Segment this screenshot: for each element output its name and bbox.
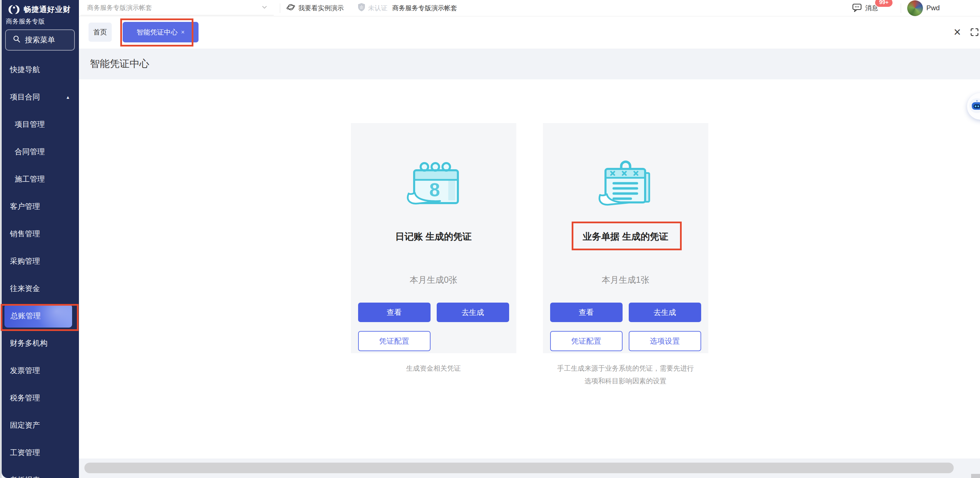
card-caption: 生成资金相关凭证 <box>351 362 516 375</box>
certification-status[interactable]: 企 未认证 <box>358 3 388 13</box>
svg-text:企: 企 <box>360 5 364 10</box>
topbar-divider <box>901 3 901 13</box>
chanjet-logo-icon <box>7 3 21 16</box>
brand-name: 畅捷通好业财 <box>24 5 71 15</box>
sidebar-item-project-mgmt[interactable]: 项目管理 <box>2 111 79 138</box>
search-placeholder: 搜索菜单 <box>25 35 55 45</box>
tab-label: 智能凭证中心 <box>137 28 178 37</box>
messages-badge: 99+ <box>874 0 893 8</box>
tab-close-icon[interactable]: × <box>181 29 185 36</box>
generate-button[interactable]: 去生成 <box>437 303 509 322</box>
sidebar-item-clipped[interactable]: 老板报表 <box>2 466 79 478</box>
card-count: 本月生成1张 <box>602 274 649 285</box>
cert-shield-icon: 企 <box>358 3 366 13</box>
voucher-config-button[interactable]: 凭证配置 <box>550 331 622 351</box>
page-head: 智能凭证中心 <box>79 49 980 79</box>
globe-demo-icon <box>286 3 295 13</box>
view-button[interactable]: 查看 <box>358 303 431 322</box>
sidebar-item-multi-org-finance[interactable]: 财务多机构 <box>2 330 79 357</box>
page-title: 智能凭证中心 <box>90 57 150 71</box>
account-set-select[interactable]: 商务服务专版演示帐套 <box>80 1 274 15</box>
chevron-down-icon <box>261 3 268 12</box>
selected-item-pill: 总账管理 <box>5 304 72 328</box>
horizontal-scrollbar[interactable] <box>84 463 954 473</box>
expand-arrow-icon: ▲ <box>65 95 70 100</box>
tab-home[interactable]: 首页 <box>89 22 112 42</box>
journal-voucher-card: 8 日记账 生成的凭证 本月生成0张 查看 去生成 凭证配置 <box>351 123 516 353</box>
robot-assistant-icon <box>969 98 980 115</box>
voucher-config-button[interactable]: 凭证配置 <box>358 331 431 351</box>
sidebar-item-invoice-mgmt[interactable]: 发票管理 <box>2 357 79 384</box>
fullscreen-icon[interactable] <box>970 27 979 38</box>
tab-bar: 首页 智能凭证中心 × × <box>79 16 980 49</box>
app-window: 畅捷通好业财 商务服务专版 搜索菜单 快捷导航 项目合同 ▲ 项目管理 合同管理… <box>0 0 980 478</box>
sidebar-item-project-contract[interactable]: 项目合同 ▲ <box>2 83 79 111</box>
generate-button[interactable]: 去生成 <box>629 303 701 322</box>
search-icon <box>13 35 21 45</box>
sidebar-item-construction-mgmt[interactable]: 施工管理 <box>2 166 79 193</box>
edition-label: 商务服务专版 <box>6 17 45 26</box>
user-avatar[interactable] <box>907 0 923 16</box>
sidebar-item-payroll-mgmt[interactable]: 工资管理 <box>2 439 79 466</box>
company-name: 商务服务专版演示帐套 <box>392 4 457 13</box>
demo-link[interactable]: 我要看实例演示 <box>286 3 344 13</box>
business-voucher-column: 业务单据 生成的凭证 本月生成1张 查看 去生成 凭证配置 选项设置 手工生成来… <box>543 123 708 387</box>
brand-logo: 畅捷通好业财 <box>7 3 71 16</box>
messages-button[interactable]: 消息 99+ <box>852 2 878 14</box>
view-button[interactable]: 查看 <box>550 303 622 322</box>
calendar-voucher-icon: 8 <box>404 158 463 210</box>
card-count: 本月生成0张 <box>410 274 457 285</box>
cert-status-label: 未认证 <box>368 4 388 13</box>
sidebar-item-quick-nav[interactable]: 快捷导航 <box>2 56 79 83</box>
card-title: 业务单据 生成的凭证 <box>582 231 668 243</box>
svg-text:8: 8 <box>429 179 440 200</box>
scrollbar-corner <box>971 474 980 478</box>
option-settings-button[interactable]: 选项设置 <box>629 331 701 351</box>
notepad-voucher-icon <box>597 158 655 210</box>
sidebar-item-tax-mgmt[interactable]: 税务管理 <box>2 384 79 412</box>
sidebar-item-purchase-mgmt[interactable]: 采购管理 <box>2 247 79 275</box>
sidebar-item-sales-mgmt[interactable]: 销售管理 <box>2 220 79 247</box>
bottom-scroll-area <box>79 459 980 478</box>
card-caption: 手工生成来源于业务系统的凭证，需要先进行 选项和科目影响因素的设置 <box>543 362 708 387</box>
content-panel: 8 日记账 生成的凭证 本月生成0张 查看 去生成 凭证配置 生成 <box>79 79 980 459</box>
close-icon[interactable]: × <box>954 26 961 38</box>
message-bubble-icon <box>852 2 862 14</box>
sidebar-item-customer-mgmt[interactable]: 客户管理 <box>2 193 79 220</box>
sidebar-item-funds[interactable]: 往来资金 <box>2 275 79 302</box>
sidebar-menu: 快捷导航 项目合同 ▲ 项目管理 合同管理 施工管理 客户管理 销售管理 采购管… <box>2 56 79 478</box>
account-set-value: 商务服务专版演示帐套 <box>87 3 152 12</box>
sidebar-item-fixed-assets[interactable]: 固定资产 <box>2 412 79 439</box>
sidebar-item-general-ledger[interactable]: 总账管理 <box>2 302 79 330</box>
card-title: 日记账 生成的凭证 <box>395 231 472 243</box>
business-voucher-card: 业务单据 生成的凭证 本月生成1张 查看 去生成 凭证配置 选项设置 <box>543 123 708 353</box>
topbar: 商务服务专版演示帐套 我要看实例演示 企 <box>79 0 980 16</box>
topbar-divider <box>280 3 280 13</box>
journal-voucher-column: 8 日记账 生成的凭证 本月生成0张 查看 去生成 凭证配置 生成 <box>351 123 516 387</box>
demo-link-label: 我要看实例演示 <box>298 4 344 13</box>
sidebar: 畅捷通好业财 商务服务专版 搜索菜单 快捷导航 项目合同 ▲ 项目管理 合同管理… <box>2 0 79 478</box>
sidebar-item-contract-mgmt[interactable]: 合同管理 <box>2 138 79 166</box>
user-name[interactable]: Pwd <box>926 4 940 12</box>
menu-search-input[interactable]: 搜索菜单 <box>5 29 75 51</box>
tab-smart-voucher-center[interactable]: 智能凭证中心 × <box>123 22 199 42</box>
